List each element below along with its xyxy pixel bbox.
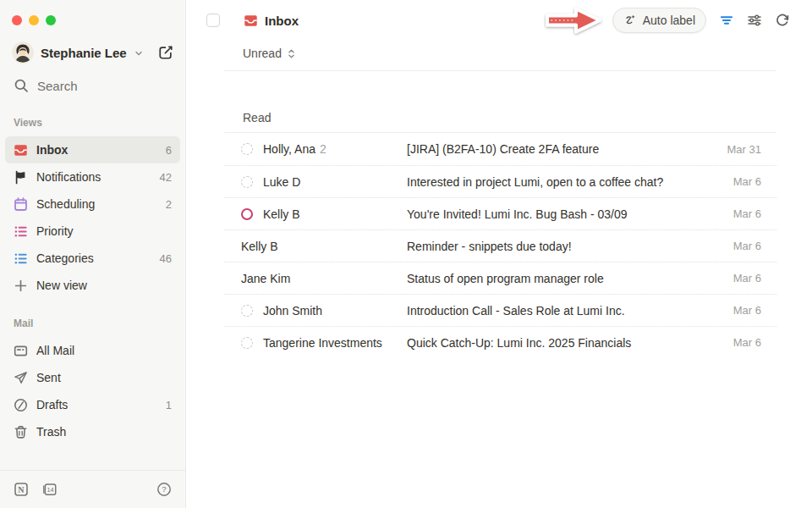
sidebar-item-label: New view [36, 279, 87, 292]
sidebar-item-all-mail[interactable]: All Mail [5, 337, 180, 364]
email-date: Mar 6 [709, 207, 761, 220]
header-divider [224, 70, 776, 71]
sort-selector[interactable]: Unread [186, 41, 812, 70]
user-avatar [12, 41, 34, 64]
display-settings-icon[interactable] [747, 13, 762, 28]
email-date: Mar 31 [709, 143, 761, 156]
email-row[interactable]: Holly, Ana2[JIRA] (B2FA-10) Create 2FA f… [224, 133, 776, 165]
sidebar-item-categories[interactable]: Categories46 [5, 245, 180, 272]
sidebar-item-label: Scheduling [36, 197, 95, 211]
refresh-icon[interactable] [775, 13, 790, 28]
inbox-icon [244, 14, 258, 28]
section-label-mail: Mail [14, 318, 172, 329]
sender-name: Holly, Ana [263, 142, 315, 156]
sort-updown-icon [286, 48, 297, 59]
calendar-icon [14, 197, 28, 212]
sender-name: Kelly B [263, 207, 300, 221]
notifications-flag-icon [14, 170, 28, 185]
email-sender: Kelly B [241, 207, 407, 221]
page-title: Inbox [265, 14, 299, 28]
all-mail-icon [14, 344, 28, 358]
sidebar-item-inbox[interactable]: Inbox6 [5, 136, 180, 163]
notion-logo-icon[interactable]: N [14, 482, 29, 497]
email-sender: Tangerine Investments [241, 336, 407, 350]
trash-icon [14, 425, 28, 439]
email-date: Mar 6 [709, 304, 761, 317]
email-subject: Interested in project Lumi, open to a co… [407, 175, 709, 189]
compose-icon[interactable] [158, 45, 173, 60]
email-sender: Jane Kim [241, 272, 407, 285]
sender-name: John Smith [263, 304, 322, 318]
search-icon [14, 78, 29, 93]
search-placeholder: Search [37, 79, 78, 93]
inbox-icon [14, 143, 28, 157]
email-date: Mar 6 [709, 272, 761, 284]
filter-icon[interactable] [719, 13, 734, 28]
email-sender: Kelly B [241, 240, 407, 253]
email-row[interactable]: John SmithIntroduction Call - Sales Role… [224, 294, 776, 326]
email-row[interactable]: Jane KimStatus of open program manager r… [224, 262, 776, 294]
minimize-window-button[interactable] [29, 15, 39, 25]
email-row[interactable]: Luke DInterested in project Lumi, open t… [224, 165, 776, 197]
email-row[interactable]: Kelly BYou're Invited! Lumi Inc. Bug Bas… [224, 197, 776, 229]
notion-calendar-icon[interactable]: 14 [42, 482, 58, 497]
sender-name: Luke D [263, 175, 300, 189]
priority-list-icon [14, 224, 28, 239]
mail-list-pane: Inbox [186, 0, 812, 508]
sidebar-item-drafts[interactable]: Drafts1 [5, 391, 180, 418]
sidebar-nav: ViewsInbox6Notifications42Scheduling2Pri… [0, 93, 185, 445]
svg-text:N: N [18, 485, 25, 494]
email-sender: Luke D [241, 175, 407, 189]
email-date: Mar 6 [709, 175, 761, 188]
red-arrow-icon [540, 3, 607, 38]
search-input[interactable]: Search [14, 78, 173, 93]
chevron-down-icon [134, 48, 144, 58]
sidebar: Stephanie Lee Search ViewsInbox6Notifica… [0, 0, 186, 508]
email-row[interactable]: Tangerine InvestmentsQuick Catch-Up: Lum… [224, 326, 776, 358]
drafts-icon [14, 398, 28, 412]
avatar-placeholder [241, 337, 253, 349]
sidebar-item-scheduling[interactable]: Scheduling2 [5, 190, 180, 218]
section-label-views: Views [14, 117, 172, 129]
sidebar-item-label: Drafts [36, 398, 68, 411]
sidebar-item-new-view[interactable]: New view [5, 272, 180, 299]
svg-text:?: ? [162, 484, 166, 494]
sidebar-item-priority[interactable]: Priority [5, 218, 180, 245]
sidebar-item-count: 42 [160, 171, 172, 184]
email-sender: Holly, Ana2 [241, 142, 407, 156]
sidebar-item-notifications[interactable]: Notifications42 [5, 163, 180, 190]
sender-name: Kelly B [241, 240, 278, 253]
email-subject: Status of open program manager role [407, 272, 709, 285]
list-header: Inbox [186, 0, 812, 41]
sidebar-footer: N14? [0, 470, 185, 508]
zoom-window-button[interactable] [46, 15, 56, 25]
sidebar-item-label: Inbox [36, 143, 68, 157]
auto-label-button[interactable]: Auto label [612, 8, 706, 33]
unread-ring-avatar [241, 208, 253, 220]
email-list: Holly, Ana2[JIRA] (B2FA-10) Create 2FA f… [186, 133, 812, 358]
user-name: Stephanie Lee [41, 46, 127, 60]
sidebar-item-count: 46 [160, 252, 172, 265]
avatar-placeholder [241, 143, 253, 155]
sidebar-item-sent[interactable]: Sent [5, 364, 180, 391]
select-all-checkbox[interactable] [206, 14, 220, 27]
email-date: Mar 6 [709, 336, 761, 349]
email-subject: You're Invited! Lumi Inc. Bug Bash - 03/… [407, 207, 709, 221]
email-row[interactable]: Kelly BReminder - snippets due today!Mar… [224, 229, 776, 262]
email-subject: [JIRA] (B2FA-10) Create 2FA feature [407, 142, 709, 156]
auto-label-button-label: Auto label [643, 14, 695, 27]
read-section-label: Read [224, 111, 776, 124]
list-toolbar [719, 13, 790, 28]
close-window-button[interactable] [12, 15, 22, 25]
email-date: Mar 6 [709, 240, 761, 252]
send-icon [14, 371, 28, 385]
sidebar-item-trash[interactable]: Trash [5, 418, 180, 445]
email-sender: John Smith [241, 304, 407, 318]
notion-mail-window: Stephanie Lee Search ViewsInbox6Notifica… [0, 0, 812, 508]
email-subject: Quick Catch-Up: Lumi Inc. 2025 Financial… [407, 336, 709, 350]
help-icon[interactable]: ? [156, 482, 172, 497]
sidebar-item-label: All Mail [36, 344, 74, 357]
email-subject: Reminder - snippets due today! [407, 240, 709, 253]
plus-icon [14, 279, 28, 293]
account-switcher[interactable]: Stephanie Lee [12, 41, 173, 64]
